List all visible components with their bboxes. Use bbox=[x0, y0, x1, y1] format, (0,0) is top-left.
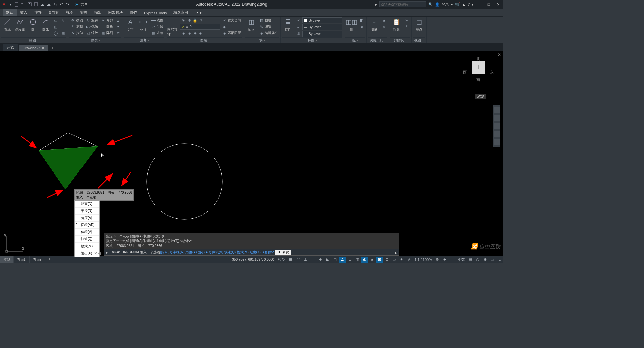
extend-button[interactable]: ⊂ bbox=[115, 30, 121, 36]
scale-button[interactable]: ◰缩放 bbox=[85, 30, 99, 36]
nav-showui-icon[interactable] bbox=[494, 139, 500, 145]
explode-button[interactable]: ✦ bbox=[115, 24, 121, 30]
prop-palette-button[interactable]: ◫ bbox=[295, 30, 302, 36]
point-button[interactable]: · bbox=[60, 24, 66, 30]
panel-groups-label[interactable]: 组 bbox=[345, 37, 365, 43]
block-create-button[interactable]: ◧创建 bbox=[258, 17, 279, 23]
move-button[interactable]: ✥移动 bbox=[69, 17, 84, 23]
leader-button[interactable]: ↗引线 bbox=[150, 24, 164, 30]
close-button[interactable]: ✕ bbox=[494, 2, 502, 7]
user-icon[interactable]: 👤 bbox=[435, 2, 440, 7]
doc-tab-drawing2[interactable]: Drawing2*× bbox=[19, 45, 48, 51]
tab-manage[interactable]: 管理 bbox=[77, 9, 91, 16]
array-button[interactable]: ▦阵列 bbox=[100, 30, 114, 36]
search-prev-icon[interactable]: ▸ bbox=[375, 2, 377, 7]
layer-selector[interactable]: ☀●0 bbox=[180, 24, 220, 30]
help-icon[interactable]: ? bbox=[468, 2, 470, 6]
save-icon[interactable] bbox=[27, 2, 32, 7]
menu-mode[interactable]: 模式(M) bbox=[75, 243, 99, 250]
linear-dim-button[interactable]: ⟷线性 bbox=[150, 17, 164, 23]
copy-clip-button[interactable]: ⎘ bbox=[403, 24, 410, 30]
region-button[interactable]: ▦ bbox=[60, 30, 66, 36]
command-input[interactable]: ▸_ MEASUREGEOM 输入一个选项[距离(D) 半径(R) 角度(A) … bbox=[104, 249, 399, 256]
stretch-button[interactable]: ⇲拉伸 bbox=[69, 30, 84, 36]
group-button[interactable]: ◫◫组 bbox=[345, 17, 358, 32]
tab-output[interactable]: 输出 bbox=[91, 9, 105, 16]
cart-icon[interactable]: 🛒 bbox=[455, 2, 460, 7]
panel-utilities-label[interactable]: 实用工具 bbox=[368, 37, 387, 43]
share-label[interactable]: 共享 bbox=[80, 2, 88, 7]
status-menu-icon[interactable]: ≡ bbox=[496, 257, 503, 263]
layout-add-button[interactable]: + bbox=[45, 256, 54, 263]
util-tool3[interactable]: ◈ bbox=[381, 24, 387, 30]
panel-modify-label[interactable]: 修改 bbox=[69, 37, 121, 43]
ime-indicator[interactable]: CH ⊘ 简 bbox=[275, 250, 291, 255]
status-custom-icon[interactable]: ▤ bbox=[467, 257, 474, 263]
redo-icon[interactable]: ↷ bbox=[65, 2, 70, 7]
panel-clipboard-label[interactable]: 剪贴板 bbox=[390, 37, 410, 43]
login-button[interactable]: 登录 bbox=[442, 2, 449, 7]
viewbase-button[interactable]: ◫基点 bbox=[413, 17, 425, 32]
layout-tab-2[interactable]: 布局2 bbox=[30, 256, 45, 263]
tab-collaborate[interactable]: 协作 bbox=[126, 9, 141, 16]
tab-view[interactable]: 视图 bbox=[63, 9, 77, 16]
status-gizmo-icon[interactable]: ✦ bbox=[398, 257, 405, 263]
status-units-minus[interactable]: - bbox=[449, 257, 455, 263]
match-layer-button[interactable]: ◈匹配图层 bbox=[221, 30, 242, 36]
status-osnap-icon[interactable]: ◻ bbox=[332, 257, 338, 263]
panel-block-label[interactable]: 块 bbox=[245, 37, 279, 43]
saveas-icon[interactable] bbox=[33, 2, 39, 7]
layer-props-button[interactable]: ≡图层特性 bbox=[167, 17, 179, 37]
color-selector[interactable]: ByLayer bbox=[302, 17, 342, 23]
status-decimal[interactable]: 小数 bbox=[456, 257, 466, 263]
linetype-selector[interactable]: —ByLayer bbox=[302, 31, 342, 37]
spline-button[interactable]: ∿ bbox=[60, 17, 66, 23]
line-button[interactable]: 直线 bbox=[1, 17, 13, 32]
status-isolate-icon[interactable]: ◎ bbox=[474, 257, 481, 263]
status-qp-icon[interactable]: ⊡ bbox=[383, 257, 390, 263]
ellipse-button[interactable]: ◯ bbox=[52, 30, 59, 36]
make-current-button[interactable]: ✓置为当前 bbox=[221, 17, 242, 23]
tab-featured[interactable]: 精选应用 bbox=[170, 9, 192, 16]
panel-annotation-label[interactable]: 注释 bbox=[124, 37, 164, 43]
open-icon[interactable] bbox=[20, 2, 26, 7]
status-annomon-icon[interactable]: ✚ bbox=[441, 257, 448, 263]
web-save-icon[interactable]: ☁ bbox=[40, 2, 45, 7]
status-3dosnap-icon[interactable]: ◈ bbox=[369, 257, 375, 263]
measure-button[interactable]: ⟊测量 bbox=[368, 17, 380, 32]
app-store-icon[interactable]: ▲ bbox=[462, 2, 466, 6]
prop-match-button[interactable]: ✓ bbox=[295, 17, 302, 23]
viewcube[interactable]: 北 西 东 南 上 bbox=[465, 54, 492, 88]
tab-default[interactable]: 默认 bbox=[3, 9, 17, 16]
rect-button[interactable]: ▭ bbox=[52, 17, 59, 23]
status-cycle-icon[interactable]: ◐ bbox=[361, 257, 368, 263]
group-tool3[interactable]: ◈ bbox=[358, 24, 365, 30]
hatch-button[interactable]: ◫ bbox=[52, 24, 59, 30]
lineweight-selector[interactable]: —ByLayer bbox=[302, 24, 342, 30]
rotate-button[interactable]: ↻旋转 bbox=[85, 17, 99, 23]
cut-button[interactable]: ✂ bbox=[403, 17, 410, 23]
menu-angle[interactable]: 角度(A) bbox=[75, 215, 99, 222]
layer-tool2-button[interactable]: ◈ bbox=[221, 24, 242, 30]
search-icon[interactable]: 🔍 bbox=[428, 2, 433, 7]
block-insert-button[interactable]: ◫插入 bbox=[245, 17, 257, 32]
block-attr-button[interactable]: ◈编辑属性 bbox=[258, 30, 279, 36]
tab-overflow[interactable]: ▫️▾ bbox=[192, 9, 205, 16]
undo-icon[interactable]: ↶ bbox=[59, 2, 64, 7]
nav-pan-icon[interactable] bbox=[494, 115, 500, 121]
web-open-icon[interactable]: ☁ bbox=[46, 2, 51, 7]
mirror-button[interactable]: ▲▽镜像 bbox=[85, 24, 99, 30]
status-infer-icon[interactable]: ⊥ bbox=[302, 257, 309, 263]
status-hw-icon[interactable]: ⊕ bbox=[482, 257, 488, 263]
status-transp-icon[interactable]: ◫ bbox=[354, 257, 361, 263]
close-tab-icon[interactable]: × bbox=[42, 46, 44, 50]
status-snap-icon[interactable]: ∷ bbox=[295, 257, 302, 263]
tab-parametric[interactable]: 参数化 bbox=[45, 9, 63, 16]
help-dropdown[interactable]: ▾ bbox=[472, 2, 474, 7]
nav-zoom-icon[interactable] bbox=[494, 123, 500, 129]
menu-area[interactable]: 面积(AR) bbox=[75, 222, 99, 229]
nav-fullnav-icon[interactable] bbox=[494, 107, 500, 113]
block-edit-button[interactable]: ✎编辑 bbox=[258, 24, 279, 30]
qat-dropdown[interactable]: ▾ bbox=[8, 2, 13, 7]
offset-button[interactable]: ⊿ bbox=[115, 17, 121, 23]
